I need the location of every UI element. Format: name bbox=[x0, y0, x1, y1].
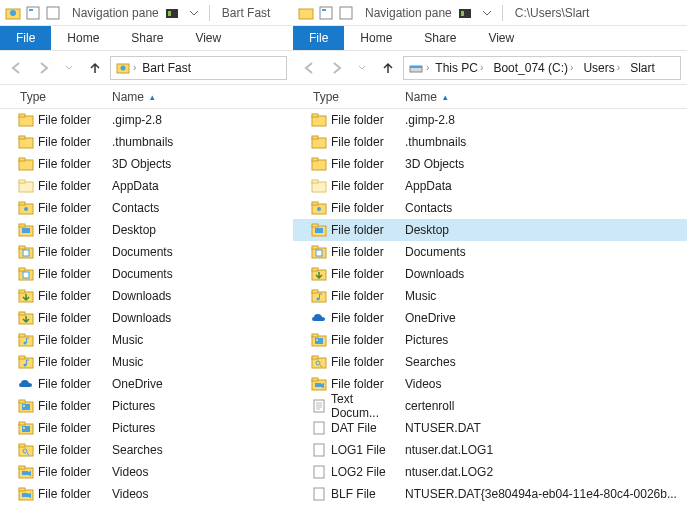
table-row[interactable]: File folderVideos bbox=[0, 483, 293, 505]
qat-dropdown-icon[interactable] bbox=[185, 4, 203, 22]
type-label: File folder bbox=[331, 113, 384, 127]
table-row[interactable]: File folderPictures bbox=[0, 417, 293, 439]
forward-button[interactable] bbox=[325, 57, 347, 79]
svg-rect-14 bbox=[19, 158, 25, 161]
table-row[interactable]: File folder3D Objects bbox=[293, 153, 687, 175]
column-type[interactable]: Type bbox=[293, 90, 401, 104]
table-row[interactable]: File folderDesktop bbox=[0, 219, 293, 241]
column-name[interactable]: Name▴ bbox=[108, 90, 293, 104]
title-path: Bart Fast bbox=[222, 6, 271, 20]
type-label: File folder bbox=[38, 201, 91, 215]
table-row[interactable]: File folder3D Objects bbox=[0, 153, 293, 175]
tab-share[interactable]: Share bbox=[115, 26, 179, 50]
table-row[interactable]: File folderAppData bbox=[293, 175, 687, 197]
table-row[interactable]: File folderMusic bbox=[0, 351, 293, 373]
chevron-right-icon[interactable]: › bbox=[133, 62, 136, 73]
recent-dropdown-icon[interactable] bbox=[58, 57, 80, 79]
table-row[interactable]: File folderSearches bbox=[293, 351, 687, 373]
crumb-item[interactable]: Bart Fast bbox=[138, 61, 195, 75]
chevron-right-icon[interactable]: › bbox=[426, 62, 429, 73]
title-label: Navigation pane bbox=[365, 6, 452, 20]
checkbox-icon[interactable] bbox=[44, 4, 62, 22]
file-list[interactable]: File folder.gimp-2.8File folder.thumbnai… bbox=[293, 109, 687, 509]
cell-name: Searches bbox=[401, 355, 687, 369]
type-label: File folder bbox=[38, 289, 91, 303]
table-row[interactable]: File folderMusic bbox=[293, 285, 687, 307]
tab-home[interactable]: Home bbox=[344, 26, 408, 50]
cell-type: File folder bbox=[293, 200, 401, 216]
table-row[interactable]: BLF FileNTUSER.DAT{3e80494a-eb04-11e4-80… bbox=[293, 483, 687, 505]
tab-file[interactable]: File bbox=[0, 26, 51, 50]
table-row[interactable]: File folderDownloads bbox=[0, 307, 293, 329]
type-label: File folder bbox=[38, 135, 91, 149]
cell-name: 3D Objects bbox=[401, 157, 687, 171]
crumb-item[interactable]: Slart bbox=[626, 61, 659, 75]
table-row[interactable]: File folderDocuments bbox=[0, 263, 293, 285]
crumb-item[interactable]: Users › bbox=[579, 61, 624, 75]
column-name[interactable]: Name▴ bbox=[401, 90, 687, 104]
address-bar[interactable]: › Bart Fast bbox=[110, 56, 287, 80]
back-button[interactable] bbox=[299, 57, 321, 79]
folder-icon bbox=[18, 112, 34, 128]
table-row[interactable]: File folder.gimp-2.8 bbox=[0, 109, 293, 131]
table-row[interactable]: File folder.thumbnails bbox=[293, 131, 687, 153]
properties-icon[interactable] bbox=[24, 4, 42, 22]
pictures-icon bbox=[18, 398, 34, 414]
table-row[interactable]: File folderPictures bbox=[293, 329, 687, 351]
table-row[interactable]: File folderDocuments bbox=[0, 241, 293, 263]
table-row[interactable]: File folderDocuments bbox=[293, 241, 687, 263]
table-row[interactable]: File folderDesktop bbox=[293, 219, 687, 241]
file-list[interactable]: File folder.gimp-2.8File folder.thumbnai… bbox=[0, 109, 293, 509]
videos-icon bbox=[18, 486, 34, 502]
column-type[interactable]: Type bbox=[0, 90, 108, 104]
table-row[interactable]: LOG1 Filentuser.dat.LOG1 bbox=[293, 439, 687, 461]
table-row[interactable]: File folder.thumbnails bbox=[0, 131, 293, 153]
svg-rect-58 bbox=[322, 9, 326, 11]
checkbox-icon[interactable] bbox=[337, 4, 355, 22]
back-button[interactable] bbox=[6, 57, 28, 79]
table-row[interactable]: File folder.gimp-2.8 bbox=[293, 109, 687, 131]
forward-button[interactable] bbox=[32, 57, 54, 79]
up-button[interactable] bbox=[84, 57, 106, 79]
table-row[interactable]: Text Docum...certenroll bbox=[293, 395, 687, 417]
tab-share[interactable]: Share bbox=[408, 26, 472, 50]
table-row[interactable]: File folderMusic bbox=[0, 329, 293, 351]
crumb-item[interactable]: This PC › bbox=[431, 61, 487, 75]
qat-dropdown-icon[interactable] bbox=[478, 4, 496, 22]
crumb-item[interactable]: Boot_074 (C:) › bbox=[489, 61, 577, 75]
up-button[interactable] bbox=[377, 57, 399, 79]
cell-name: Downloads bbox=[108, 289, 293, 303]
crumb-label: This PC bbox=[435, 61, 478, 75]
onedrive-icon bbox=[18, 376, 34, 392]
table-row[interactable]: File folderContacts bbox=[0, 197, 293, 219]
chevron-right-icon: › bbox=[617, 62, 620, 73]
type-label: File folder bbox=[38, 399, 91, 413]
table-row[interactable]: LOG2 Filentuser.dat.LOG2 bbox=[293, 461, 687, 483]
table-row[interactable]: File folderOneDrive bbox=[293, 307, 687, 329]
table-row[interactable]: File folderAppData bbox=[0, 175, 293, 197]
svg-rect-40 bbox=[19, 400, 25, 403]
table-row[interactable]: File folderContacts bbox=[293, 197, 687, 219]
type-label: File folder bbox=[38, 245, 91, 259]
tab-view[interactable]: View bbox=[179, 26, 237, 50]
table-row[interactable]: File folderOneDrive bbox=[0, 373, 293, 395]
table-row[interactable]: File folderPictures bbox=[0, 395, 293, 417]
recent-dropdown-icon[interactable] bbox=[351, 57, 373, 79]
table-row[interactable]: File folderVideos bbox=[0, 461, 293, 483]
table-row[interactable]: File folderDownloads bbox=[293, 263, 687, 285]
tab-file[interactable]: File bbox=[293, 26, 344, 50]
svg-rect-5 bbox=[166, 9, 178, 18]
table-row[interactable]: File folderDownloads bbox=[0, 285, 293, 307]
svg-rect-41 bbox=[22, 404, 30, 410]
table-row[interactable]: DAT FileNTUSER.DAT bbox=[293, 417, 687, 439]
tab-home[interactable]: Home bbox=[51, 26, 115, 50]
svg-rect-77 bbox=[315, 228, 323, 233]
cell-name: Desktop bbox=[108, 223, 293, 237]
type-label: Text Docum... bbox=[331, 392, 401, 420]
tab-view[interactable]: View bbox=[472, 26, 530, 50]
properties-icon[interactable] bbox=[317, 4, 335, 22]
table-row[interactable]: File folderSearches bbox=[0, 439, 293, 461]
address-bar[interactable]: › This PC › Boot_074 (C:) › Users › Slar… bbox=[403, 56, 681, 80]
column-name-label: Name bbox=[405, 90, 437, 104]
type-label: File folder bbox=[38, 333, 91, 347]
